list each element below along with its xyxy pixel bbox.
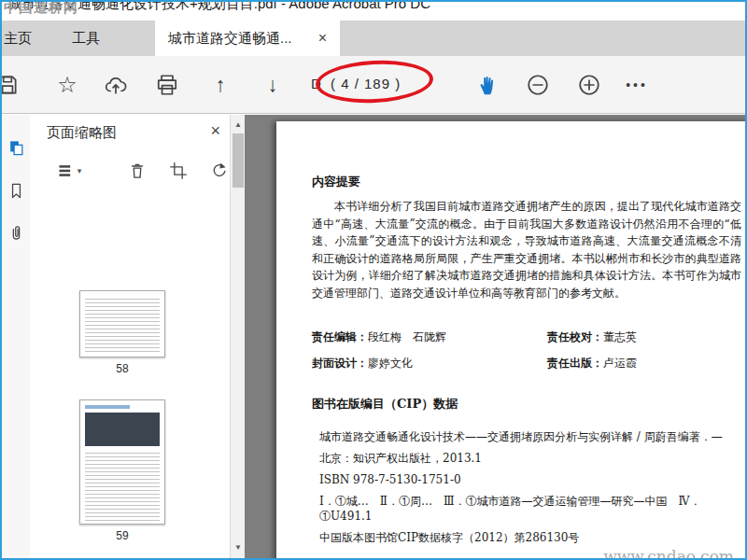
bookmarks-rail-button[interactable]	[2, 175, 30, 206]
credit-label: 封面设计：	[312, 357, 368, 370]
pdf-page-content: 内容提要 本书详细分析了我国目前城市道路交通拥堵产生的原因，提出了现代化城市道路…	[312, 174, 738, 558]
navigation-rail	[2, 115, 30, 558]
acrobat-window: 城市道路交通畅通化设计技术+规划百目.pdf - Adobe Acrobat P…	[0, 0, 747, 560]
thumbnail-list: 58 59	[30, 191, 215, 558]
star-icon: ☆	[57, 74, 78, 96]
page-field-fragment: D	[311, 76, 321, 91]
credit-proofreader: 责任校对：董志英	[547, 329, 637, 345]
thumbnail-preview	[85, 405, 130, 409]
thumbnail-preview	[85, 450, 160, 521]
credit-value: 廖婷文化	[368, 357, 413, 370]
rotate-pages-button[interactable]	[205, 158, 230, 184]
thumbnails-panel-title: 页面缩略图	[47, 124, 117, 142]
cip-heading: 图书在版编目（CIP）数据	[312, 396, 738, 413]
credit-value: 董志英	[603, 330, 637, 343]
tab-document[interactable]: 城市道路交通畅通... ×	[155, 21, 340, 56]
main-toolbar: ☆ ↑ ↓ D ( 4 / 189 )	[2, 56, 745, 114]
thumbnail-page-58[interactable]	[79, 290, 165, 357]
previous-page-button[interactable]: ↑	[205, 68, 235, 102]
watermark-bottom-right: www.cndao.com	[603, 547, 734, 558]
thumbnail-label-58: 58	[30, 362, 215, 375]
tab-home-label: 主页	[4, 30, 32, 48]
save-icon	[0, 73, 20, 97]
cloud-upload-icon	[104, 73, 128, 97]
ellipsis-icon: •••	[626, 77, 648, 92]
favorites-button[interactable]: ☆	[52, 68, 82, 102]
panel-scrollbar[interactable]: ▲ ▼	[230, 115, 245, 558]
thumbnails-panel-header: 页面缩略图 ×	[30, 115, 230, 150]
page-thumbnails-rail-button[interactable]	[2, 132, 30, 163]
share-button[interactable]	[101, 68, 131, 102]
tab-document-label: 城市道路交通畅通...	[168, 30, 292, 48]
hand-tool-button[interactable]	[472, 68, 502, 102]
thumbnail-page-59[interactable]	[79, 399, 165, 525]
tab-tools[interactable]: 工具	[45, 21, 127, 56]
document-view[interactable]: 内容提要 本书详细分析了我国目前城市道路交通拥堵产生的原因，提出了现代化城市道路…	[245, 115, 745, 558]
close-tab-icon[interactable]: ×	[315, 30, 331, 47]
crop-pages-button[interactable]	[164, 158, 192, 184]
chevron-down-icon: ▾	[78, 166, 82, 175]
bookmark-icon	[7, 182, 25, 200]
pdf-page: 内容提要 本书详细分析了我国目前城市道路交通拥堵产生的原因，提出了现代化城市道路…	[276, 121, 745, 558]
page-up-icon: ↑	[216, 73, 226, 97]
printer-icon	[155, 73, 179, 97]
scrollbar-thumb[interactable]	[233, 133, 244, 188]
cip-line: 中国版本图书馆CIP数据核字（2012）第286130号	[319, 530, 738, 545]
credit-editor: 责任编辑：段红梅 石陇辉	[312, 329, 547, 345]
cip-line: 北京：知识产权出版社，2013.1	[319, 451, 738, 466]
thumbnails-panel-icon	[7, 139, 25, 157]
rotate-icon	[210, 161, 229, 180]
options-icon	[57, 161, 76, 180]
tab-tools-label: 工具	[72, 30, 100, 48]
summary-heading: 内容提要	[312, 174, 738, 190]
credit-value: 卢运霞	[603, 357, 637, 370]
title-bar: 城市道路交通畅通化设计技术+规划百目.pdf - Adobe Acrobat P…	[2, 2, 745, 21]
credit-label: 责任校对：	[547, 330, 603, 343]
hand-icon	[475, 73, 500, 97]
delete-pages-button[interactable]	[123, 158, 151, 184]
summary-paragraph: 本书详细分析了我国目前城市道路交通拥堵产生的原因，提出了现代化城市道路交通中“高…	[312, 198, 741, 301]
scroll-up-icon[interactable]: ▲	[231, 117, 246, 132]
trash-icon	[128, 161, 147, 180]
thumbnail-preview	[85, 296, 160, 352]
credit-label: 责任出版：	[547, 357, 603, 370]
credit-publisher: 责任出版：卢运霞	[547, 356, 637, 371]
credits-row-2: 封面设计：廖婷文化 责任出版：卢运霞	[312, 356, 743, 371]
thumbnail-photo	[85, 413, 160, 446]
thumbnail-options-button[interactable]: ▾	[50, 158, 88, 184]
thumbnails-panel: 页面缩略图 × ▾	[30, 115, 230, 558]
crop-icon	[169, 161, 188, 180]
save-button[interactable]	[0, 68, 22, 102]
cip-line: ISBN 978-7-5130-1751-0	[319, 472, 738, 487]
attachments-rail-button[interactable]	[2, 217, 30, 249]
next-page-button[interactable]: ↓	[258, 68, 288, 102]
thumbnails-toolbar: ▾	[30, 150, 230, 191]
print-button[interactable]	[152, 68, 182, 102]
watermark-top-left: 中国道桥网	[4, 0, 78, 17]
zoom-out-button[interactable]	[523, 68, 553, 102]
tab-bar: 主页 工具 城市道路交通畅通... ×	[2, 21, 745, 56]
zoom-in-button[interactable]	[574, 68, 604, 102]
close-panel-icon[interactable]: ×	[210, 121, 220, 141]
cip-line: Ⅰ．①城… Ⅱ．①周… Ⅲ．①城市道路—交通运输管理—研究—中国 Ⅳ．①U491…	[319, 494, 738, 524]
credit-value: 段红梅 石陇辉	[368, 330, 446, 343]
scroll-down-icon[interactable]: ▼	[231, 539, 246, 554]
thumbnail-label-59: 59	[30, 529, 215, 542]
tab-home[interactable]: 主页	[0, 21, 45, 56]
credit-cover-design: 封面设计：廖婷文化	[312, 356, 547, 371]
cip-line: 城市道路交通畅通化设计技术——交通拥堵原因分析与实例详解 / 周蔚吾编著．—	[319, 429, 738, 444]
credit-label: 责任编辑：	[312, 330, 368, 343]
plus-circle-icon	[577, 73, 601, 97]
minus-circle-icon	[526, 73, 550, 97]
page-indicator[interactable]: ( 4 / 189 )	[331, 76, 401, 91]
credits-row-1: 责任编辑：段红梅 石陇辉 责任校对：董志英	[312, 329, 743, 345]
paperclip-icon	[7, 225, 25, 243]
page-down-icon: ↓	[268, 73, 278, 97]
more-tools-button[interactable]: •••	[622, 68, 652, 102]
